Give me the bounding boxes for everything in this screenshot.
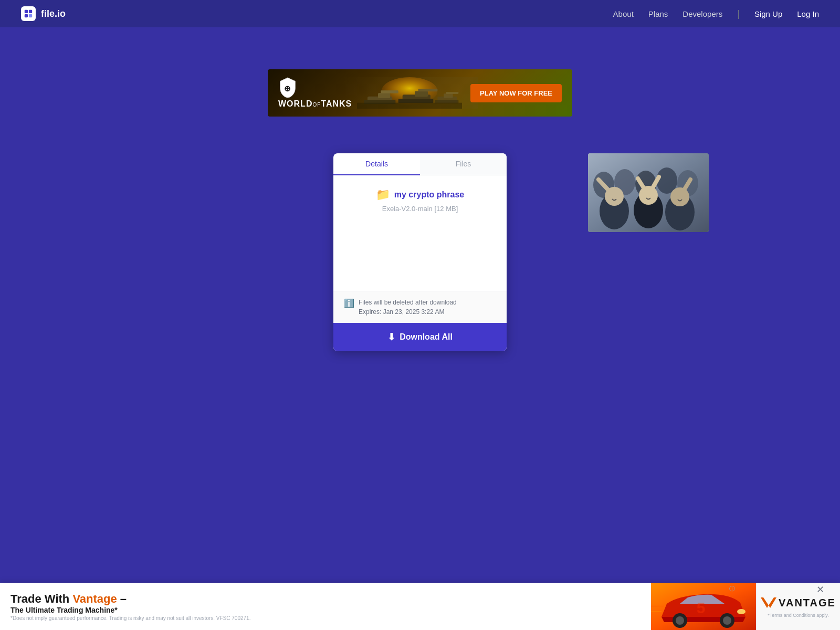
svg-marker-45 — [761, 597, 776, 608]
logo-icon — [24, 9, 33, 18]
file-card-body: 📁 my crypto phrase Exela-V2.0-main [12 M… — [333, 175, 507, 291]
navbar-brand: file.io — [21, 6, 66, 21]
file-icon-row: 📁 my crypto phrase — [376, 188, 464, 202]
vantage-disclaimer: *Does not imply guaranteed performance. … — [10, 615, 640, 621]
nav-signup[interactable]: Sign Up — [754, 9, 782, 18]
bottom-spacer — [0, 351, 840, 398]
file-name: my crypto phrase — [394, 190, 464, 200]
file-card-tabs: Details Files — [333, 153, 507, 175]
tab-files[interactable]: Files — [420, 153, 507, 175]
svg-rect-13 — [418, 89, 438, 91]
ad-bottom-logo-area: vantage *Terms and Conditions apply. — [756, 583, 840, 630]
svg-rect-16 — [444, 93, 453, 98]
file-meta: Exela-V2.0-main [12 MB] — [382, 205, 458, 213]
svg-text:⊕: ⊕ — [285, 84, 291, 93]
ad-close-button[interactable]: ✕ — [816, 584, 824, 595]
vantage-headline-suffix: – — [117, 592, 127, 605]
file-card: Details Files 📁 my crypto phrase Exela-V… — [333, 153, 507, 351]
logo-box — [21, 6, 36, 21]
vantage-subheadline: The Ultimate Trading Machine* — [10, 606, 640, 614]
vantage-brand-name: Vantage — [72, 592, 117, 605]
crowd-svg — [588, 153, 709, 232]
svg-rect-1 — [29, 10, 32, 13]
tab-details[interactable]: Details — [333, 153, 420, 175]
svg-point-40 — [737, 609, 746, 614]
download-icon: ⬇ — [387, 331, 395, 343]
ad-bottom-terms: *Terms and Conditions apply. — [768, 613, 828, 618]
svg-rect-3 — [29, 14, 32, 17]
file-info: 📁 my crypto phrase Exela-V2.0-main [12 M… — [344, 188, 496, 213]
warning-icon: ℹ️ — [344, 298, 354, 308]
svg-rect-18 — [357, 103, 462, 109]
svg-rect-11 — [398, 99, 434, 103]
svg-point-39 — [723, 616, 731, 625]
brand-name: file.io — [41, 8, 66, 19]
svg-rect-2 — [25, 14, 28, 17]
main-content: Details Files 📁 my crypto phrase Exela-V… — [0, 153, 840, 351]
side-image-placeholder — [588, 153, 709, 232]
svg-rect-9 — [381, 90, 398, 93]
nav-about[interactable]: About — [613, 9, 634, 18]
svg-rect-12 — [415, 91, 428, 97]
ad-banner-bottom: Trade With Vantage – The Ultimate Tradin… — [0, 583, 840, 630]
car-svg: 5 — [651, 583, 756, 630]
vantage-v-icon — [761, 595, 776, 611]
download-all-button[interactable]: ⬇ Download All — [333, 323, 507, 351]
nav-login[interactable]: Log In — [797, 9, 819, 18]
download-all-label: Download All — [400, 332, 453, 342]
ad-bottom-image: 5 — [651, 583, 756, 630]
navbar: file.io About Plans Developers | Sign Up… — [0, 0, 840, 27]
svg-point-37 — [676, 616, 684, 625]
ad-info-button[interactable]: ⓘ — [729, 585, 735, 593]
vantage-logo-text: vantage — [779, 597, 836, 609]
wot-ad-content: ⊕ WORLDOFTANKS — [268, 77, 572, 109]
wot-tanks-visual — [341, 77, 478, 109]
side-image-ad — [588, 153, 709, 232]
ad-bottom-text-area: Trade With Vantage – The Ultimate Tradin… — [0, 586, 651, 627]
warning-text: Files will be deleted after download Exp… — [359, 298, 457, 317]
nav-divider: | — [737, 8, 740, 19]
wot-play-button[interactable]: PLAY NOW FOR FREE — [470, 84, 562, 102]
svg-text:5: 5 — [697, 599, 706, 616]
warning-line1: Files will be deleted after download — [359, 298, 457, 307]
svg-rect-0 — [25, 10, 28, 13]
svg-rect-17 — [446, 92, 458, 94]
wot-shield-icon: ⊕ — [278, 77, 297, 98]
navbar-links: About Plans Developers | Sign Up Log In — [613, 8, 819, 19]
folder-icon: 📁 — [376, 188, 390, 202]
warning-line2: Expires: Jan 23, 2025 3:22 AM — [359, 307, 457, 317]
nav-plans[interactable]: Plans — [648, 9, 668, 18]
ad-bottom-content: Trade With Vantage – The Ultimate Tradin… — [0, 583, 840, 630]
vantage-headline: Trade With Vantage – — [10, 592, 640, 606]
wot-ad[interactable]: ⊕ WORLDOFTANKS — [268, 69, 572, 117]
vantage-logo: vantage — [761, 595, 836, 611]
nav-developers[interactable]: Developers — [682, 9, 722, 18]
svg-rect-8 — [378, 93, 390, 98]
file-warning: ℹ️ Files will be deleted after download … — [333, 291, 507, 323]
vantage-headline-prefix: Trade With — [10, 592, 72, 605]
ad-banner-top: ⊕ WORLDOFTANKS — [0, 69, 840, 117]
